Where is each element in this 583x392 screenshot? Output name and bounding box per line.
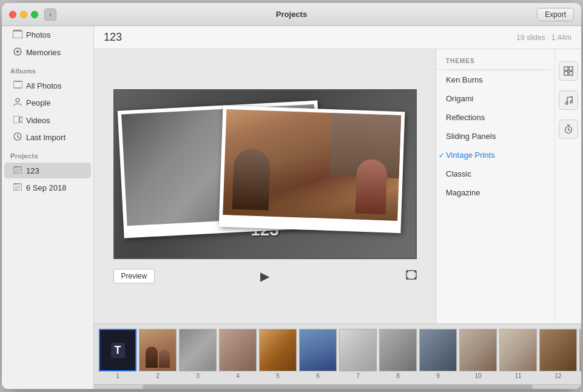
content-header: 123 19 slides · 1:44m <box>94 26 581 49</box>
music-icon-button[interactable] <box>559 90 578 110</box>
theme-item-origami[interactable]: Origami <box>436 89 554 108</box>
theme-item-magazine[interactable]: Magazine <box>436 183 554 202</box>
theme-item-vintage-prints[interactable]: ✓ Vintage Prints <box>436 146 554 164</box>
svg-marker-12 <box>19 117 22 123</box>
film-thumb-img-10 <box>459 329 497 371</box>
theme-item-classic[interactable]: Classic <box>436 164 554 183</box>
film-thumb-7[interactable]: 7 <box>339 329 377 379</box>
sidebar-item-videos[interactable]: Videos <box>4 112 91 128</box>
film-thumb-8[interactable]: 8 <box>379 329 417 379</box>
theme-item-reflections[interactable]: Reflections <box>436 108 554 127</box>
film-thumb-img-3 <box>179 329 217 371</box>
photos-icon <box>13 30 22 40</box>
film-thumb-4[interactable]: 4 <box>219 329 257 379</box>
theme-check-icon: ✓ <box>439 151 445 160</box>
svg-line-39 <box>568 130 570 131</box>
film-thumb-img-13 <box>579 329 581 371</box>
last-import-icon <box>13 132 22 143</box>
fullscreen-button[interactable] <box>406 270 417 282</box>
svg-rect-8 <box>13 81 22 88</box>
titlebar: ‹ Projects Export <box>2 3 581 26</box>
preview-button[interactable]: Preview <box>113 269 155 283</box>
theme-item-ken-burns[interactable]: Ken Burns <box>436 70 554 89</box>
theme-sliding-panels-label: Sliding Panels <box>446 132 496 141</box>
film-thumb-9[interactable]: 9 <box>419 329 457 379</box>
sidebar-item-123[interactable]: 123 <box>4 163 91 178</box>
film-thumb-6[interactable]: 6 <box>299 329 337 379</box>
theme-ken-burns-label: Ken Burns <box>446 75 483 84</box>
svg-line-15 <box>18 137 19 138</box>
sidebar-item-last-import[interactable]: Last Import <box>4 129 91 146</box>
film-thumb-num-11: 11 <box>514 373 521 379</box>
film-thumb-5[interactable]: 5 <box>259 329 297 379</box>
filmstrip-scrollbar[interactable] <box>94 384 581 389</box>
film-thumb-13[interactable]: 13 <box>579 329 581 379</box>
export-button[interactable]: Export <box>537 8 574 21</box>
timer-icon-button[interactable] <box>559 120 578 139</box>
sidebar-item-photos[interactable]: Photos <box>4 27 91 43</box>
film-thumb-2[interactable]: 2 <box>139 329 177 379</box>
svg-rect-33 <box>564 72 568 75</box>
project-123-label: 123 <box>26 166 39 175</box>
film-thumb-img-1: T <box>99 329 136 371</box>
filmstrip-inner: T 1 2 <box>99 329 581 379</box>
film-thumb-12[interactable]: 12 <box>539 329 577 379</box>
film-thumb-num-1: 1 <box>116 373 120 379</box>
film-thumb-img-7 <box>339 329 377 371</box>
scrollbar-thumb <box>143 385 532 389</box>
projects-section-header: Projects <box>2 146 93 162</box>
theme-magazine-label: Magazine <box>446 188 480 197</box>
film-thumb-num-6: 6 <box>316 373 320 379</box>
film-thumb-10[interactable]: 10 <box>459 329 497 379</box>
slides-info: 19 slides · 1:44m <box>516 33 571 42</box>
film-thumb-num-2: 2 <box>156 373 160 379</box>
themes-header: THEMES <box>436 49 554 70</box>
middle-split: 123 Preview ▶ <box>94 49 581 323</box>
film-thumb-num-7: 7 <box>356 373 360 379</box>
albums-section-header: Albums <box>2 61 93 77</box>
svg-point-10 <box>16 98 19 102</box>
people-label: People <box>26 98 50 107</box>
content-area: 123 19 slides · 1:44m <box>94 26 581 389</box>
last-import-label: Last Import <box>26 133 66 142</box>
film-thumb-1[interactable]: T 1 <box>99 329 136 379</box>
film-thumb-img-6 <box>299 329 337 371</box>
preview-controls: Preview ▶ <box>113 269 417 283</box>
layout-icon-button[interactable] <box>559 61 578 81</box>
all-photos-icon <box>13 81 22 90</box>
film-thumb-num-3: 3 <box>196 373 200 379</box>
sidebar-item-memories[interactable]: Memories <box>4 44 91 61</box>
film-thumb-11[interactable]: 11 <box>499 329 537 379</box>
film-thumb-img-2 <box>139 329 177 371</box>
film-thumb-num-12: 12 <box>554 373 561 379</box>
theme-item-sliding-panels[interactable]: Sliding Panels <box>436 127 554 146</box>
svg-rect-9 <box>14 81 22 82</box>
minimize-button[interactable] <box>20 11 27 18</box>
play-button[interactable]: ▶ <box>260 269 269 283</box>
back-button[interactable]: ‹ <box>44 8 56 21</box>
themes-container: THEMES Ken Burns Origami Reflections <box>436 49 581 323</box>
photos-label: Photos <box>26 30 50 39</box>
memories-label: Memories <box>26 48 61 57</box>
svg-rect-32 <box>569 67 573 70</box>
all-photos-label: All Photos <box>26 81 62 90</box>
maximize-button[interactable] <box>31 11 38 18</box>
sidebar-item-people[interactable]: People <box>4 95 91 111</box>
film-thumb-img-11 <box>499 329 537 371</box>
preview-area: 123 Preview ▶ <box>94 49 436 323</box>
svg-rect-17 <box>14 166 18 167</box>
themes-main: THEMES Ken Burns Origami Reflections <box>436 49 554 323</box>
theme-classic-label: Classic <box>446 169 471 178</box>
film-thumb-img-9 <box>419 329 457 371</box>
project-title: 123 <box>104 31 122 44</box>
sidebar-item-6sep2018[interactable]: 6 Sep 2018 <box>4 180 91 195</box>
theme-origami-label: Origami <box>446 94 474 103</box>
film-thumb-3[interactable]: 3 <box>179 329 217 379</box>
svg-point-36 <box>570 101 573 103</box>
theme-reflections-label: Reflections <box>446 113 485 122</box>
sidebar-item-all-photos[interactable]: All Photos <box>4 78 91 93</box>
film-thumb-img-8 <box>379 329 417 371</box>
main-area: Photos Memories Albums <box>2 26 581 389</box>
close-button[interactable] <box>9 11 16 18</box>
svg-point-3 <box>16 50 19 53</box>
